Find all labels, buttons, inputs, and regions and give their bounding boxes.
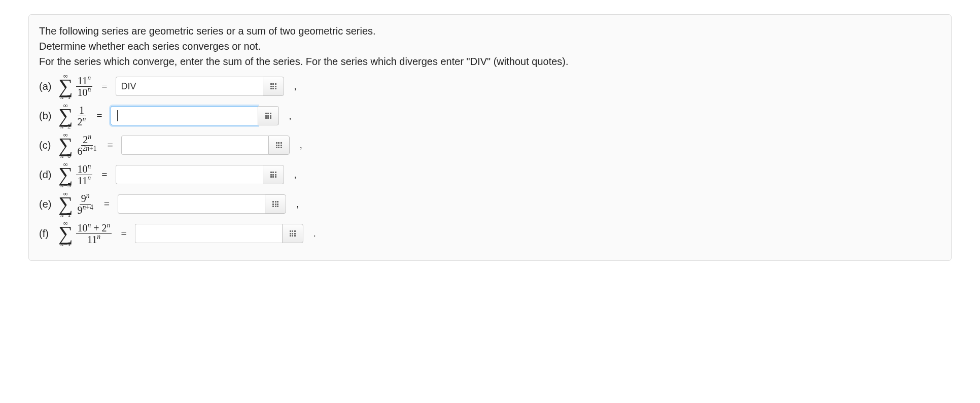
- part-f-input[interactable]: [135, 224, 282, 243]
- equals-sign: =: [121, 228, 126, 240]
- part-a-denominator: 10n: [76, 87, 93, 98]
- part-d-keypad-button[interactable]: [263, 165, 284, 184]
- part-f-label: (f): [39, 228, 54, 240]
- sigma-symbol: ∑: [58, 197, 73, 211]
- keypad-icon: [270, 83, 276, 89]
- part-b-trail: ,: [289, 111, 292, 121]
- sigma-symbol: ∑: [58, 138, 73, 152]
- part-d-denominator: 11n: [76, 175, 92, 186]
- part-e-expression: ∞ ∑ n=1 9n 9n+4: [58, 190, 98, 218]
- part-e-numerator: 9n: [80, 193, 91, 205]
- sigma-symbol: ∑: [58, 226, 73, 241]
- part-d-label: (d): [39, 169, 54, 181]
- equals-sign: =: [101, 169, 107, 181]
- intro-text: The following series are geometric serie…: [39, 24, 941, 69]
- part-e-input[interactable]: [118, 194, 265, 214]
- part-d-input[interactable]: [116, 165, 263, 184]
- part-a-row: (a) ∞ ∑ n=1 11n 10n =: [39, 73, 941, 100]
- part-c-denominator: 62n+1: [76, 146, 98, 157]
- part-b-label: (b): [39, 110, 54, 122]
- keypad-icon: [270, 172, 276, 178]
- part-a-expression: ∞ ∑ n=1 11n 10n: [58, 73, 95, 100]
- part-e-trail: ,: [296, 199, 299, 210]
- part-c-expression: ∞ ∑ n=0 2n 62n+1: [58, 131, 101, 159]
- keypad-icon: [265, 113, 271, 119]
- part-c-keypad-button[interactable]: [268, 136, 290, 155]
- part-e-label: (e): [39, 198, 54, 210]
- part-d-trail: ,: [294, 170, 297, 180]
- part-b-lower-bound: n=2: [60, 123, 71, 129]
- part-a-keypad-button[interactable]: [263, 77, 284, 96]
- part-b-row: (b) ∞ ∑ n=2 1 2n =: [39, 102, 941, 129]
- equals-sign: =: [104, 198, 110, 210]
- part-f-lower-bound: n=1: [60, 241, 71, 247]
- equals-sign: =: [108, 140, 113, 151]
- part-a-input[interactable]: [116, 77, 263, 96]
- part-a-label: (a): [39, 81, 54, 92]
- intro-line-3: For the series which converge, enter the…: [39, 55, 941, 69]
- sigma-symbol: ∑: [58, 109, 73, 123]
- part-e-denominator: 9n+4: [76, 205, 95, 216]
- question-panel: The following series are geometric serie…: [28, 14, 952, 261]
- part-c-input[interactable]: [121, 136, 268, 155]
- part-c-numerator: 2n: [81, 134, 93, 146]
- part-b-denominator: 2n: [76, 116, 88, 127]
- part-d-row: (d) ∞ ∑ n=5 10n 11n =: [39, 161, 941, 188]
- keypad-icon: [290, 230, 296, 237]
- keypad-icon: [276, 142, 282, 148]
- part-d-expression: ∞ ∑ n=5 10n 11n: [58, 161, 95, 188]
- part-d-numerator: 10n: [76, 163, 93, 175]
- part-e-lower-bound: n=1: [60, 211, 71, 218]
- part-e-keypad-button[interactable]: [265, 194, 286, 214]
- sigma-symbol: ∑: [58, 167, 73, 182]
- part-b-numerator: 1: [78, 105, 86, 116]
- part-a-numerator: 11n: [76, 75, 92, 87]
- part-c-lower-bound: n=0: [60, 152, 71, 159]
- part-a-lower-bound: n=1: [60, 93, 71, 100]
- part-a-trail: ,: [294, 81, 297, 92]
- part-f-trail: .: [313, 228, 316, 239]
- part-c-trail: ,: [300, 140, 302, 151]
- intro-line-2: Determine whether each series converges …: [39, 40, 941, 53]
- equals-sign: =: [101, 81, 107, 92]
- part-f-expression: ∞ ∑ n=1 10n + 2n 11n: [58, 220, 115, 247]
- part-c-row: (c) ∞ ∑ n=0 2n 62n+1 =: [39, 131, 941, 159]
- part-e-row: (e) ∞ ∑ n=1 9n 9n+4 =: [39, 190, 941, 218]
- text-caret: [117, 110, 118, 121]
- part-d-lower-bound: n=5: [60, 182, 71, 188]
- part-b-input[interactable]: [111, 106, 258, 125]
- part-f-keypad-button[interactable]: [282, 224, 303, 243]
- part-b-expression: ∞ ∑ n=2 1 2n: [58, 102, 90, 129]
- part-f-denominator: 11n: [86, 234, 102, 245]
- part-b-keypad-button[interactable]: [258, 106, 279, 125]
- part-c-label: (c): [39, 140, 54, 151]
- keypad-icon: [272, 201, 278, 207]
- part-f-numerator: 10n + 2n: [76, 222, 112, 234]
- intro-line-1: The following series are geometric serie…: [39, 24, 941, 38]
- equals-sign: =: [96, 110, 102, 122]
- part-f-row: (f) ∞ ∑ n=1 10n + 2n 11n =: [39, 220, 941, 247]
- sigma-symbol: ∑: [58, 79, 73, 93]
